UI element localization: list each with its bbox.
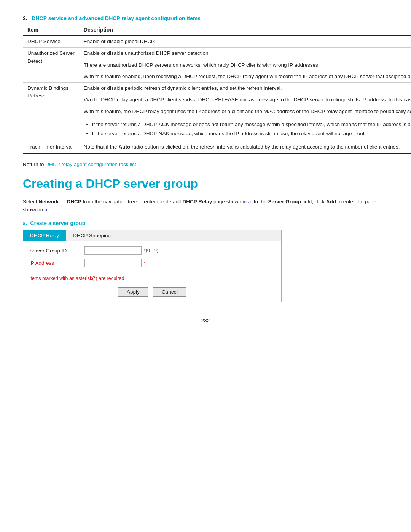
item-label: DHCP Service <box>23 35 79 48</box>
server-group-id-input-group: *(0-19) <box>84 246 158 255</box>
col-item: Item <box>23 24 79 35</box>
item-label: Dynamic BindingsRefresh <box>23 83 79 141</box>
intro-bold1: Network → DHCP <box>38 199 81 204</box>
item-label: Unauthorized ServerDetect <box>23 48 79 83</box>
cancel-button[interactable]: Cancel <box>153 287 186 297</box>
ip-address-row: IP Address * <box>29 259 275 267</box>
intro-link1[interactable]: a <box>248 199 251 204</box>
tab-bar: DHCP Relay DHCP Snooping <box>23 230 281 241</box>
item-description: With this feature, the DHCP relay agent … <box>79 106 411 117</box>
item-description: With this feature enabled, upon receivin… <box>79 71 411 83</box>
ip-required-star: * <box>144 260 146 266</box>
config-table: Item Description DHCP Service Enable or … <box>23 24 411 154</box>
sub-section-letter: a. <box>23 220 30 226</box>
return-link[interactable]: DHCP relay agent configuration task list <box>45 161 136 167</box>
table-row: With this feature, the DHCP relay agent … <box>23 106 411 117</box>
server-group-id-label: Server Group ID <box>29 248 84 254</box>
section-heading: 2. DHCP service and advanced DHCP relay … <box>23 15 388 21</box>
list-item: If the server returns a DHCP-ACK message… <box>92 121 411 128</box>
table-row: If the server returns a DHCP-ACK message… <box>23 117 411 141</box>
form-body: Server Group ID *(0-19) IP Address * <box>23 241 281 273</box>
ip-address-label: IP Address <box>29 260 84 266</box>
table-row: Via the DHCP relay agent, a DHCP client … <box>23 94 411 105</box>
table-section: 2. DHCP service and advanced DHCP relay … <box>23 15 388 154</box>
table-row: With this feature enabled, upon receivin… <box>23 71 411 83</box>
item-description: If the server returns a DHCP-ACK message… <box>79 117 411 141</box>
tab-dhcp-snooping[interactable]: DHCP Snooping <box>66 230 118 241</box>
tab-dhcp-relay[interactable]: DHCP Relay <box>23 230 66 241</box>
chapter-title: Creating a DHCP server group <box>23 176 388 191</box>
table-row: Track Timer Interval Note that if the Au… <box>23 141 411 153</box>
item-description: Via the DHCP relay agent, a DHCP client … <box>79 94 411 105</box>
bullet-list: If the server returns a DHCP-ACK message… <box>84 121 411 138</box>
item-description: Note that if the Auto radio button is cl… <box>79 141 411 153</box>
intro-bold2: DHCP Relay <box>182 199 212 204</box>
list-item: If the server returns a DHCP-NAK message… <box>92 130 411 137</box>
item-description: Enable or disable unauthorized DHCP serv… <box>79 48 411 59</box>
table-header-row: Item Description <box>23 24 411 35</box>
form-actions: Apply Cancel <box>23 283 281 302</box>
return-suffix: . <box>136 161 138 167</box>
item-label: Track Timer Interval <box>23 141 79 153</box>
intro-bold4: Add <box>326 199 336 204</box>
return-prefix: Return to <box>23 161 45 167</box>
table-row: Dynamic BindingsRefresh Enable or disabl… <box>23 83 411 94</box>
item-description: Enable or disable global DHCP. <box>79 35 411 48</box>
ip-address-input[interactable] <box>84 259 142 267</box>
table-row: Unauthorized ServerDetect Enable or disa… <box>23 48 411 59</box>
col-description: Description <box>79 24 411 35</box>
item-description: Enable or disable periodic refresh of dy… <box>79 83 411 94</box>
item-description: There are unauthorized DHCP servers on n… <box>79 59 411 71</box>
apply-button[interactable]: Apply <box>118 287 148 297</box>
server-group-id-input[interactable] <box>84 246 142 255</box>
sub-section-label: a. Create a server group <box>23 220 388 226</box>
chapter-intro: Select Network → DHCP from the navigatio… <box>23 198 388 214</box>
return-link-section: Return to DHCP relay agent configuration… <box>23 161 388 167</box>
page-number: 282 <box>23 318 388 323</box>
intro-link2[interactable]: a <box>45 207 48 212</box>
sub-section-text[interactable]: Create a server group <box>30 220 85 226</box>
dhcp-form-widget: DHCP Relay DHCP Snooping Server Group ID… <box>23 230 282 302</box>
table-row: DHCP Service Enable or disable global DH… <box>23 35 411 48</box>
server-group-id-hint: *(0-19) <box>144 248 158 253</box>
form-note: Items marked with an asterisk(*) are req… <box>23 273 281 283</box>
intro-bold3: Server Group <box>268 199 301 204</box>
ip-address-input-group: * <box>84 259 146 267</box>
server-group-id-row: Server Group ID *(0-19) <box>29 246 275 255</box>
table-row: There are unauthorized DHCP servers on n… <box>23 59 411 71</box>
